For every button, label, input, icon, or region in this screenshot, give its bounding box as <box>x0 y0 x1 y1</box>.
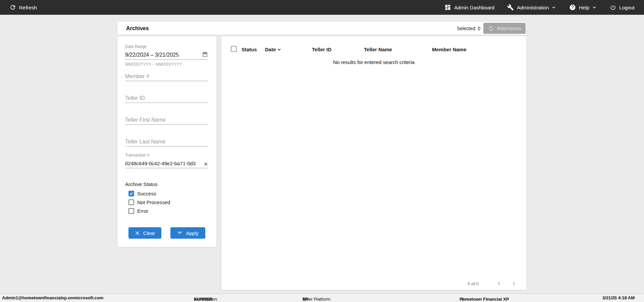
status-footer: Admin1@hometownfinancialxp.onmicrosoft.c… <box>0 294 644 302</box>
column-header-teller-id: Teller ID <box>312 47 331 52</box>
next-page-icon[interactable] <box>511 281 517 287</box>
calendar-icon[interactable] <box>202 52 208 59</box>
apply-button[interactable]: Apply <box>170 227 205 239</box>
footer-datetime: 3/21/25 4:18 AM <box>602 295 635 300</box>
fi-value: Hometown Financial XP <box>460 297 509 302</box>
reprocess-icon <box>488 25 494 32</box>
checkbox-empty-icon <box>128 208 134 214</box>
member-number-input[interactable] <box>125 72 208 81</box>
refresh-icon <box>9 4 16 11</box>
column-header-teller-name: Teller Name <box>364 47 392 52</box>
administration-menu[interactable]: Administration <box>507 4 556 11</box>
platform-value: XP <box>302 297 308 302</box>
help-icon <box>569 4 576 11</box>
workstation-value: KURRER <box>194 297 213 302</box>
archives-header-bar: Archives Selected: 0 Reprocess <box>117 22 526 35</box>
refresh-button[interactable]: Refresh <box>9 4 37 11</box>
date-format-hint: MM/DD/YYYY – MM/DD/YYYY <box>125 62 182 67</box>
chevron-down-icon <box>551 5 556 10</box>
footer-user: Admin1@hometownfinancialxp.onmicrosoft.c… <box>2 295 103 300</box>
checkbox-empty-icon <box>128 199 134 205</box>
filter-panel: Date Range MM/DD/YYYY – MM/DD/YYYY Trans… <box>117 36 216 247</box>
column-header-status: Status <box>241 47 257 52</box>
date-range-label: Date Range <box>125 44 147 49</box>
reprocess-button[interactable]: Reprocess <box>483 23 526 34</box>
archive-status-heading: Archive Status <box>125 181 158 187</box>
filter-icon <box>177 230 182 236</box>
results-panel: Status Date Teller ID Teller Name Member… <box>221 36 526 290</box>
teller-id-input[interactable] <box>125 94 208 103</box>
selected-count: Selected: 0 <box>457 26 480 31</box>
transaction-number-label: Transaction # <box>125 153 149 158</box>
column-header-date[interactable]: Date <box>265 47 282 52</box>
pagination-count: 0 of 0 <box>468 281 479 286</box>
checkbox-checked-icon <box>128 191 134 196</box>
logout-label: Logout <box>619 5 635 10</box>
checkbox-label: Not Processed <box>137 199 170 205</box>
select-all-checkbox[interactable] <box>231 46 237 52</box>
page-title: Archives <box>126 25 149 32</box>
pagination: 0 of 0 <box>468 281 517 287</box>
checkbox-error[interactable]: Error <box>128 208 148 214</box>
dashboard-grid-icon <box>444 4 451 11</box>
admin-dashboard-label: Admin Dashboard <box>454 5 494 10</box>
help-menu[interactable]: Help <box>569 4 597 11</box>
transaction-number-input[interactable] <box>125 159 208 168</box>
clear-x-icon <box>135 231 140 236</box>
checkbox-not-processed[interactable]: Not Processed <box>128 199 170 205</box>
checkbox-label: Error <box>137 208 148 214</box>
teller-last-name-input[interactable] <box>125 137 208 146</box>
teller-first-name-input[interactable] <box>125 115 208 125</box>
wrench-icon <box>507 4 514 11</box>
power-icon <box>610 4 616 11</box>
previous-page-icon[interactable] <box>496 281 502 287</box>
administration-label: Administration <box>517 5 549 10</box>
admin-dashboard-button[interactable]: Admin Dashboard <box>444 4 494 11</box>
clear-transaction-icon[interactable]: ✕ <box>204 162 208 167</box>
refresh-label: Refresh <box>19 5 37 10</box>
apply-button-label: Apply <box>186 230 199 236</box>
sort-descending-icon <box>277 47 282 52</box>
date-range-input[interactable] <box>125 50 208 60</box>
chevron-down-icon <box>592 5 597 10</box>
reprocess-label: Reprocess <box>497 25 521 31</box>
checkbox-success[interactable]: Success <box>128 191 156 196</box>
column-header-date-label: Date <box>265 47 276 52</box>
top-navigation-bar: Refresh Admin Dashboard Administration H… <box>0 0 644 15</box>
logout-button[interactable]: Logout <box>610 4 635 11</box>
clear-button[interactable]: Clear <box>128 227 161 239</box>
empty-results-message: No results for entered search criteria <box>221 59 526 65</box>
clear-button-label: Clear <box>143 230 155 236</box>
checkbox-label: Success <box>137 191 156 196</box>
column-header-member-name: Member Name <box>432 47 467 52</box>
help-label: Help <box>579 5 589 10</box>
